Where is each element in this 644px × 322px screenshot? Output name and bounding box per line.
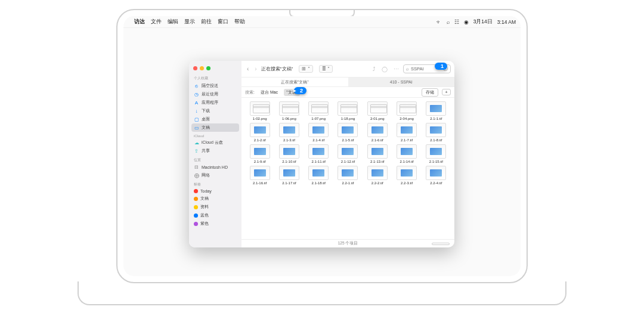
sidebar-item[interactable]: ☁iCloud 云盘 bbox=[189, 138, 242, 147]
sidebar-section-locations: 位置 bbox=[189, 155, 242, 163]
sidebar-item[interactable]: ⇪共享 bbox=[189, 147, 242, 155]
sidebar-item-label: 文稿 bbox=[200, 196, 209, 202]
tag-button[interactable]: ◯ bbox=[380, 66, 389, 73]
file-item[interactable]: 1-18.png bbox=[335, 101, 361, 120]
file-item[interactable]: 1-02.png bbox=[246, 101, 273, 120]
sidebar-item[interactable]: 文稿 bbox=[189, 194, 242, 203]
sidebar-item[interactable]: ▢桌面 bbox=[189, 115, 242, 123]
action-button[interactable]: ⋯ bbox=[392, 66, 401, 73]
scope-this-mac[interactable]: 这台 Mac bbox=[258, 89, 280, 96]
file-item[interactable]: 2.1-5.tif bbox=[335, 123, 361, 142]
sidebar-item[interactable]: ⨁网络 bbox=[189, 171, 242, 179]
search-menubar-icon[interactable]: ⌕ bbox=[447, 19, 450, 25]
file-item[interactable]: 2.2-3.tif bbox=[393, 166, 420, 185]
file-item[interactable]: 2.1-9.tif bbox=[246, 144, 273, 163]
file-item[interactable]: 2.1-14.tif bbox=[393, 144, 420, 163]
file-item[interactable]: 2.1-2.tif bbox=[246, 123, 273, 142]
file-name: 2.1-12.tif bbox=[341, 160, 355, 163]
menubar-date[interactable]: 3月14日 bbox=[473, 18, 493, 26]
group-button[interactable]: ≣ ˅ bbox=[319, 65, 333, 73]
sidebar-item[interactable]: 紫色 bbox=[189, 219, 242, 228]
file-item[interactable]: 2.1-3.tif bbox=[275, 123, 302, 142]
sidebar-item[interactable]: 蓝色 bbox=[189, 211, 242, 219]
control-center-icon[interactable]: ☷ bbox=[454, 19, 459, 25]
file-item[interactable]: 2.1-13.tif bbox=[364, 144, 391, 163]
file-name: 2.1-18.tif bbox=[312, 181, 326, 185]
file-thumbnail bbox=[426, 101, 446, 116]
sidebar-item-label: 应用程序 bbox=[202, 100, 218, 106]
sidebar-item-icon: ↓ bbox=[194, 109, 199, 114]
siri-icon[interactable]: ◉ bbox=[464, 19, 469, 25]
sidebar-item[interactable]: ↓下载 bbox=[189, 107, 242, 115]
file-name: 2.1-1.tif bbox=[430, 117, 442, 120]
file-name: 2.1-11.tif bbox=[312, 160, 326, 163]
file-item[interactable]: 2.2-4.tif bbox=[423, 166, 450, 185]
file-item[interactable]: 2.1-8.tif bbox=[423, 123, 450, 142]
tab-active[interactable]: 正在搜索"文稿" bbox=[242, 78, 348, 86]
file-name: 1-18.png bbox=[341, 117, 355, 120]
file-name: 1-02.png bbox=[253, 117, 267, 120]
sidebar-item-label: iCloud 云盘 bbox=[202, 140, 223, 145]
menu-go[interactable]: 前往 bbox=[201, 18, 212, 26]
menu-file[interactable]: 文件 bbox=[151, 18, 162, 26]
sidebar-item-icon: ⇪ bbox=[194, 148, 199, 154]
file-item[interactable]: 2.1-17.tif bbox=[275, 166, 302, 185]
sidebar-item[interactable]: ⎋隔空投送 bbox=[189, 82, 242, 90]
file-item[interactable]: 2.1-16.tif bbox=[246, 166, 273, 185]
close-icon[interactable] bbox=[193, 66, 197, 70]
file-item[interactable]: 2.1-1.tif bbox=[423, 101, 450, 120]
add-criteria-button[interactable]: + bbox=[442, 89, 451, 95]
file-item[interactable]: 2.2-1.tif bbox=[335, 166, 361, 185]
file-item[interactable]: 2-01.png bbox=[364, 101, 391, 120]
sidebar-item[interactable]: ◷最近使用 bbox=[189, 90, 242, 98]
file-name: 1-07.png bbox=[311, 117, 326, 120]
file-thumbnail bbox=[426, 144, 446, 159]
menu-view[interactable]: 显示 bbox=[184, 18, 195, 26]
zoom-icon[interactable] bbox=[206, 66, 210, 70]
file-item[interactable]: 1-07.png bbox=[305, 101, 332, 120]
file-item[interactable]: 2.1-12.tif bbox=[335, 144, 361, 163]
wifi-icon[interactable]: ᯤ bbox=[436, 19, 442, 25]
file-item[interactable]: 2.1-11.tif bbox=[305, 144, 332, 163]
sidebar-item[interactable]: A应用程序 bbox=[189, 98, 242, 107]
tab-other[interactable]: 410 - SSPAI bbox=[348, 78, 455, 86]
file-item[interactable]: 2.1-10.tif bbox=[275, 144, 302, 163]
file-item[interactable]: 2-04.png bbox=[393, 101, 420, 120]
sidebar-item[interactable]: ⊟Macintosh HD bbox=[189, 163, 242, 171]
sidebar-item[interactable]: Today bbox=[189, 188, 242, 194]
file-item[interactable]: 2.1-18.tif bbox=[305, 166, 332, 185]
file-item[interactable]: 2.1-7.tif bbox=[393, 123, 420, 142]
sidebar-item[interactable]: ▭文稿 bbox=[191, 123, 239, 132]
file-thumbnail bbox=[426, 166, 446, 180]
file-thumbnail bbox=[338, 123, 358, 137]
sidebar-item-label: 隔空投送 bbox=[202, 83, 218, 89]
save-search-button[interactable]: 存储 bbox=[422, 88, 438, 97]
file-name: 2.1-8.tif bbox=[430, 138, 442, 142]
back-button[interactable]: ‹ bbox=[245, 65, 250, 73]
menu-edit[interactable]: 编辑 bbox=[168, 18, 178, 26]
view-switcher[interactable]: ⊞ ˅ bbox=[299, 65, 312, 73]
menubar-time[interactable]: 3:14 AM bbox=[497, 19, 516, 25]
file-thumbnail bbox=[397, 166, 417, 180]
sidebar-item[interactable]: 资料 bbox=[189, 203, 242, 211]
sidebar-item-label: 网络 bbox=[202, 172, 210, 178]
menubar-app[interactable]: 访达 bbox=[134, 18, 145, 26]
file-item[interactable]: 2.1-6.tif bbox=[364, 123, 391, 142]
file-item[interactable]: 2.1-4.tif bbox=[305, 123, 332, 142]
sidebar-item-icon: ⨁ bbox=[194, 173, 199, 178]
file-thumbnail bbox=[308, 101, 329, 116]
sidebar-item-label: 蓝色 bbox=[200, 212, 209, 218]
menu-help[interactable]: 帮助 bbox=[234, 18, 245, 26]
window-controls bbox=[189, 63, 242, 73]
file-item[interactable]: 2.1-15.tif bbox=[423, 144, 450, 163]
file-item[interactable]: 2.2-2.tif bbox=[364, 166, 391, 185]
file-name: 2.1-7.tif bbox=[401, 138, 413, 142]
forward-button[interactable]: › bbox=[253, 65, 258, 73]
file-item[interactable]: 1-06.png bbox=[275, 101, 302, 120]
share-button[interactable]: ⤴ bbox=[371, 66, 377, 73]
icon-size-slider[interactable] bbox=[432, 243, 450, 245]
file-thumbnail bbox=[367, 166, 388, 180]
menu-window[interactable]: 窗口 bbox=[218, 18, 228, 26]
minimize-icon[interactable] bbox=[200, 66, 204, 70]
file-name: 2.2-4.tif bbox=[430, 181, 442, 185]
